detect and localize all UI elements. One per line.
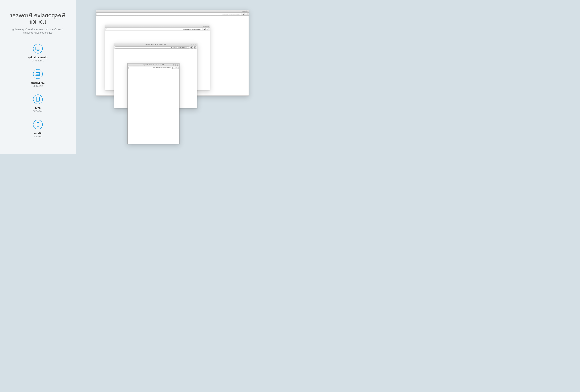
- search-icon: ⌕: [188, 47, 189, 48]
- device-ipad: iPad 1024x768: [33, 95, 43, 112]
- titlebar: [96, 10, 249, 12]
- phone-icon: [33, 120, 43, 129]
- monitor-icon: [33, 44, 43, 54]
- forward-button[interactable]: ▶: [190, 46, 193, 49]
- titlebar: My Awesome Website Design: [114, 43, 197, 46]
- mockup-canvas: ◀ ▶ ⌕ www.myawesomeweb.com ◀ ▶ ⌕: [76, 0, 228, 154]
- close-icon[interactable]: [207, 26, 209, 27]
- svg-rect-0: [36, 47, 40, 50]
- svg-rect-3: [36, 73, 40, 75]
- page-subtitle: A set of vector browser templates for pr…: [7, 28, 69, 34]
- search-icon: ⌕: [200, 28, 201, 30]
- device-iphone: iPhone 960x640: [33, 120, 43, 138]
- toolbar: ◀ ▶ ⌕ www.myawesomeweb.com: [96, 12, 249, 16]
- zoom-icon[interactable]: [242, 10, 244, 12]
- address-bar[interactable]: ⌕ www.myawesomeweb.com: [129, 67, 172, 69]
- back-button[interactable]: ◀: [176, 67, 178, 69]
- forward-button[interactable]: ▶: [242, 13, 244, 15]
- toolbar: ◀ ▶ ⌕ www.myawesomeweb.com: [114, 46, 197, 49]
- device-resolution: 2560x 1440: [28, 59, 48, 62]
- device-name: iPad: [33, 106, 43, 109]
- device-resolution: 1280x800: [31, 85, 45, 87]
- address-text: www.myawesomeweb.com: [183, 28, 200, 30]
- zoom-icon[interactable]: [203, 26, 205, 27]
- svg-point-5: [38, 101, 38, 101]
- address-text: www.myawesomeweb.com: [171, 47, 187, 48]
- back-button[interactable]: ◀: [194, 46, 196, 49]
- laptop-icon: [33, 69, 43, 79]
- device-resolution: 960x640: [33, 135, 43, 138]
- address-text: www.myawesomeweb.com: [222, 13, 239, 15]
- close-icon[interactable]: [246, 10, 248, 12]
- address-text: www.myawesomeweb.com: [153, 67, 169, 69]
- toolbar: ◀ ▶ ⌕ www.myawesomeweb.com: [128, 66, 179, 69]
- minimize-icon[interactable]: [244, 10, 246, 12]
- device-name: Cinema Display: [28, 56, 48, 59]
- viewport: [128, 69, 179, 144]
- device-laptop: 15" Laptop 1280x800: [31, 69, 45, 87]
- window-title: My Awesome Website Design: [128, 64, 179, 66]
- forward-button[interactable]: ▶: [203, 28, 205, 30]
- back-button[interactable]: ◀: [245, 13, 248, 15]
- minimize-icon[interactable]: [205, 26, 207, 27]
- address-bar[interactable]: ⌕ www.myawesomeweb.com: [106, 28, 202, 30]
- svg-point-7: [38, 126, 38, 126]
- device-list: Cinema Display 2560x 1440 15" Laptop 128…: [7, 44, 69, 138]
- device-name: iPhone: [33, 132, 43, 135]
- address-bar[interactable]: ⌕ www.myawesomeweb.com: [115, 46, 190, 49]
- titlebar: [105, 25, 210, 28]
- tablet-icon: [33, 95, 43, 104]
- browser-window-iphone: My Awesome Website Design ◀ ▶ ⌕ www.myaw…: [128, 63, 179, 144]
- titlebar: My Awesome Website Design: [128, 64, 179, 66]
- address-bar[interactable]: ⌕ www.myawesomeweb.com: [97, 13, 241, 15]
- device-resolution: 1024x768: [33, 110, 43, 112]
- back-button[interactable]: ◀: [206, 28, 209, 30]
- page-title: Responsive Browser UX Kit: [7, 12, 69, 25]
- device-cinema: Cinema Display 2560x 1440: [28, 44, 48, 62]
- search-icon: ⌕: [239, 13, 240, 15]
- toolbar: ◀ ▶ ⌕ www.myawesomeweb.com: [105, 28, 210, 31]
- window-title: My Awesome Website Design: [114, 44, 197, 45]
- info-panel: Responsive Browser UX Kit A set of vecto…: [0, 0, 76, 154]
- search-icon: ⌕: [170, 67, 171, 69]
- device-name: 15" Laptop: [31, 81, 45, 84]
- forward-button[interactable]: ▶: [172, 67, 175, 69]
